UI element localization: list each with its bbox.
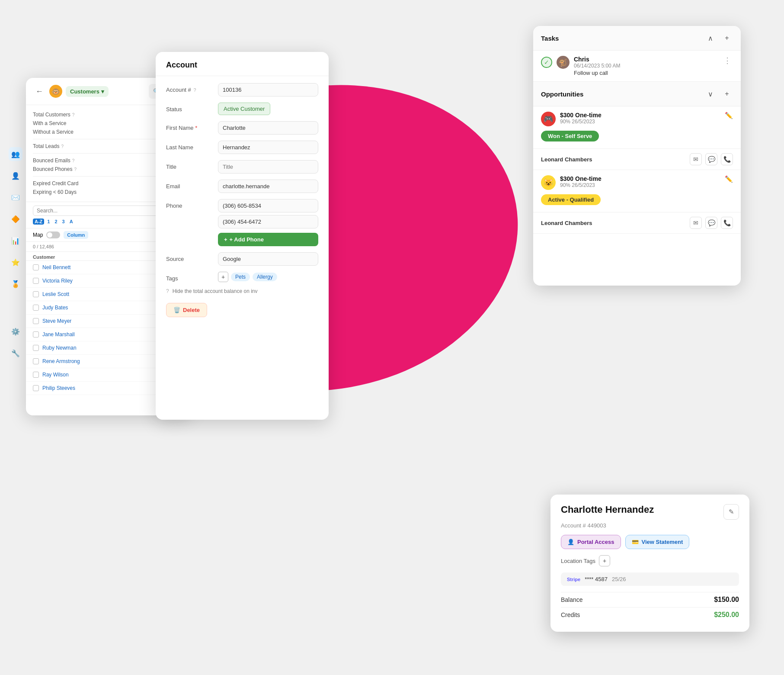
opp2-edit-button[interactable]: ✏️	[725, 175, 733, 183]
opp2-badge: Active - Qualified	[541, 194, 601, 205]
tasks-section-header: Tasks ∧ +	[533, 26, 741, 51]
owner1-chat-button[interactable]: 💬	[705, 153, 717, 165]
task-checkbox[interactable]: ✓	[541, 57, 552, 68]
charlotte-edit-button[interactable]: ✎	[723, 504, 739, 520]
charlotte-header: Charlotte Hernandez ✎	[561, 504, 739, 520]
customers-nav-label: Customers	[70, 88, 99, 95]
location-tags-label: Location Tags	[561, 558, 595, 564]
source-input[interactable]	[218, 252, 318, 266]
nav-icon-chart[interactable]: 📊	[9, 234, 22, 248]
alpha-1[interactable]: 1	[45, 219, 51, 225]
nav-icon-star[interactable]: ⭐	[9, 255, 22, 269]
opp1-header: 🎮 $300 One-time 90% 26/5/2023 ✏️	[541, 112, 733, 126]
opportunities-title: Opportunities	[541, 90, 583, 98]
plus-icon: +	[224, 236, 227, 243]
opp2-meta: 90% 26/5/2023	[560, 182, 720, 188]
alpha-a[interactable]: A	[68, 219, 75, 225]
expired-credit-label: Expired Credit Card	[33, 180, 78, 186]
owner2-email-button[interactable]: ✉	[690, 217, 702, 229]
form-row-status: Status Active Customer	[166, 103, 318, 115]
nav-icon-funnel[interactable]: 🔶	[9, 212, 22, 226]
delete-button[interactable]: 🗑️ Delete	[166, 303, 207, 317]
opp1-edit-button[interactable]: ✏️	[725, 112, 733, 119]
form-row-tags: Tags + Pets Allergy	[166, 272, 318, 282]
alpha-az[interactable]: A-Z	[33, 219, 44, 225]
alpha-2[interactable]: 2	[53, 219, 59, 225]
customer-checkbox[interactable]	[33, 305, 39, 311]
customer-checkbox[interactable]	[33, 291, 39, 297]
add-phone-button[interactable]: + + Add Phone	[218, 233, 318, 246]
phone-label: Phone	[166, 199, 214, 209]
email-input[interactable]	[218, 180, 318, 193]
alpha-3[interactable]: 3	[61, 219, 67, 225]
opportunities-add-button[interactable]: +	[721, 88, 733, 100]
opp2-amount: $300 One-time	[560, 175, 720, 182]
owner1-email-button[interactable]: ✉	[690, 153, 702, 165]
help-icon-balance: ?	[166, 288, 169, 294]
task-more-button[interactable]: ⋮	[722, 56, 733, 65]
map-toggle[interactable]	[46, 231, 60, 238]
title-label: Title	[166, 160, 214, 170]
customer-checkbox[interactable]	[33, 278, 39, 284]
status-badge[interactable]: Active Customer	[218, 103, 270, 115]
statement-icon: 💳	[632, 539, 639, 545]
tasks-add-button[interactable]: +	[721, 32, 733, 44]
nav-icon-email[interactable]: ✉️	[9, 190, 22, 204]
without-service-label: Without a Service	[33, 129, 74, 135]
phone1-input[interactable]	[218, 199, 318, 212]
nav-icon-customers[interactable]: 👥	[9, 147, 22, 161]
credits-row: Credits $250.00	[561, 607, 739, 622]
add-location-tag-button[interactable]: +	[599, 555, 610, 566]
last-name-input[interactable]	[218, 141, 318, 154]
help-icon: ?	[72, 112, 75, 117]
portal-access-button[interactable]: 👤 Portal Access	[561, 535, 621, 549]
stripe-logo: Stripe	[567, 577, 580, 582]
opportunity-1: 🎮 $300 One-time 90% 26/5/2023 ✏️ Won - S…	[533, 106, 741, 149]
account-num-input[interactable]	[218, 83, 318, 96]
customer-checkbox[interactable]	[33, 318, 39, 324]
opportunities-expand-button[interactable]: ∨	[704, 88, 717, 100]
expiring-label: Expiring < 60 Days	[33, 189, 77, 195]
app-avatar: 🐵	[49, 85, 62, 98]
charlotte-account-num: Account # 449003	[561, 522, 739, 529]
task-info: Chris 06/14/2023 5:00 AM Follow up call	[574, 56, 717, 76]
nav-icon-misc[interactable]: 🔧	[9, 346, 22, 360]
phone2-input[interactable]	[218, 215, 318, 228]
owner1-actions: ✉ 💬 📞	[690, 153, 733, 165]
nav-icon-settings[interactable]: ⚙️	[9, 325, 22, 338]
stripe-expiry: 25/26	[612, 576, 626, 582]
customer-checkbox[interactable]	[33, 345, 39, 351]
location-tags-row: Location Tags +	[561, 555, 739, 566]
form-row-account-num: Account # ?	[166, 83, 318, 96]
tags-label: Tags	[166, 272, 214, 282]
phone-group: + + Add Phone	[218, 199, 318, 246]
owner2-phone-button[interactable]: 📞	[721, 217, 733, 229]
owner2-chat-button[interactable]: 💬	[705, 217, 717, 229]
customer-checkbox[interactable]	[33, 358, 39, 364]
tags-container: + Pets Allergy	[218, 272, 277, 282]
owner1-phone-button[interactable]: 📞	[721, 153, 733, 165]
opp1-avatar: 🎮	[541, 112, 556, 126]
customer-checkbox[interactable]	[33, 264, 39, 270]
nav-icon-contacts[interactable]: 👤	[9, 169, 22, 183]
customer-checkbox[interactable]	[33, 372, 39, 378]
balance-row: Balance $150.00	[561, 592, 739, 607]
task-avatar: 🐒	[557, 56, 570, 69]
back-button[interactable]: ←	[33, 86, 46, 97]
charlotte-name: Charlotte Hernandez	[561, 504, 654, 515]
account-num-help-icon: ?	[193, 87, 196, 93]
columns-button[interactable]: Column	[64, 231, 88, 239]
opportunity-2: 😺 $300 One-time 90% 26/5/2023 ✏️ Active …	[533, 170, 741, 212]
customers-nav-button[interactable]: Customers ▾	[66, 86, 109, 97]
customer-checkbox[interactable]	[33, 331, 39, 338]
tag-pets[interactable]: Pets	[231, 273, 250, 281]
nav-icon-badge[interactable]: 🏅	[9, 277, 22, 291]
customer-checkbox[interactable]	[33, 385, 39, 391]
tag-allergy[interactable]: Allergy	[253, 273, 277, 281]
first-name-input[interactable]	[218, 121, 318, 135]
add-tag-button[interactable]: +	[218, 272, 228, 282]
view-statement-button[interactable]: 💳 View Statement	[625, 535, 690, 549]
tasks-collapse-button[interactable]: ∧	[704, 32, 717, 44]
form-row-first-name: First Name *	[166, 121, 318, 135]
title-input[interactable]	[218, 160, 318, 174]
